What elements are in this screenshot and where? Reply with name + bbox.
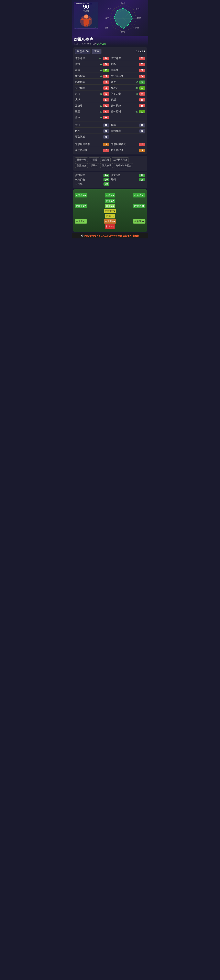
playstyle-name: 快速反击 (111, 173, 139, 177)
stat-bonus: +6 (97, 75, 103, 78)
pos-shadow-striker: 影锋 87 (105, 199, 115, 203)
skill-tag: 脚跟绝技 (75, 163, 88, 168)
svg-text:防守: 防守 (121, 31, 125, 33)
level-label: C (136, 50, 138, 53)
stat-row: 爆发力 +13 97 (111, 86, 145, 91)
pos-right-wing: 右边锋 90 (133, 193, 145, 197)
pos-striker: 中锋 86 (105, 193, 115, 197)
stat-value: 82 (103, 75, 109, 78)
stat-value: 73 (103, 92, 109, 95)
playstyle-item: 长传球 90 (75, 182, 109, 186)
pos-name: 影锋 (106, 199, 111, 202)
pos-spacer: 中后卫 62 (88, 219, 132, 224)
pos-name: 中后卫 (105, 220, 112, 223)
stat-row: 积极性 58 (111, 68, 145, 73)
footer: ⚽ 来自大众评球App，关注公众号"评球精选"获取App下载链接 (72, 233, 148, 239)
stat-name: 紧密控球 (75, 75, 98, 78)
stat-row: 防守意识 52 (111, 56, 145, 61)
player-height: 171cm (79, 42, 86, 45)
stat-value: 65 (139, 104, 145, 107)
svg-text:对抗: 对抗 (137, 17, 141, 19)
stat-value: 40 (139, 124, 145, 127)
player-age: 20岁 (74, 42, 79, 45)
stat-row: 头球 57 (75, 97, 109, 102)
pos-val: 71 (111, 215, 114, 218)
card-header-info: Golden Boys Dec '22 (74, 2, 98, 5)
stat-name: 接球 (111, 123, 133, 127)
pos-spacer: 前腰 83 (88, 204, 132, 208)
pos-left-mid: 左前卫 87 (75, 204, 87, 208)
stat-name: 地面传球 (75, 80, 98, 84)
pos-left-back: 左后卫 81 (75, 219, 87, 224)
playstyle-row: 控球游戏 90 快速反击 90 (75, 173, 145, 177)
card-set-label: Golden Boys Dec '22 (75, 3, 92, 5)
playstyle-placeholder (111, 182, 145, 186)
position-row-mid: 中前卫 79 (75, 209, 146, 213)
stat-bonus: +13 (133, 87, 139, 89)
stat-name: 抢断 (111, 62, 133, 66)
stat-value: 3 (103, 143, 109, 146)
stat-value: 80 (103, 63, 109, 66)
svg-point-1 (84, 14, 88, 19)
stat-row: 身体接触 65 (111, 103, 145, 108)
playstyle-name: 长传球 (75, 182, 103, 186)
pos-left-wing: 左边锋 90 (75, 193, 87, 197)
special-stats-grid: 非惯用脚频率 3 非惯用脚精度 2 状态持续性 2 抗受伤程度 3 (75, 142, 145, 153)
position-row-gk: 门将 41 (75, 224, 146, 229)
stats-grid: 进攻意识 +13 80 防守意识 52 控球 +6 80 抢断 53 盘球 +6… (75, 56, 145, 120)
pos-name: 门将 (106, 225, 111, 228)
svg-text:速度: 速度 (105, 27, 108, 29)
player-style: 高产边锋 (97, 42, 106, 45)
stat-value: 97 (103, 69, 109, 72)
stat-bonus: +5 (133, 81, 139, 83)
stat-value: 2 (139, 143, 145, 146)
stat-value: 76 (103, 116, 109, 119)
reset-button[interactable]: 重置 (92, 49, 101, 54)
svg-text:进攻: 进攻 (121, 2, 125, 4)
pos-val: 87 (142, 205, 144, 207)
playstyle-value: 90 (103, 174, 109, 177)
stat-name: 非惯用脚精度 (111, 143, 133, 146)
svg-text:射门: 射门 (136, 8, 139, 10)
playstyle-value: 90 (103, 182, 109, 186)
stat-name: 身体控制 (111, 110, 133, 113)
pos-val: 86 (111, 194, 114, 197)
stat-name: 防守参与度 (111, 75, 133, 78)
stat-value: 52 (139, 57, 145, 60)
playstyle-row: 长传球 90 (75, 182, 145, 186)
stat-name: 盘球 (75, 68, 98, 72)
stats-section: 加点 0 / 66 重置 C Lv.34 进攻意识 +13 80 防守意识 52… (73, 47, 147, 154)
pos-goalkeeper: 门将 41 (105, 224, 115, 229)
skill-tag: 踢球技巧操控 (112, 158, 129, 162)
stat-name: 定位球 (75, 104, 98, 107)
pos-name: 左后卫 (76, 220, 83, 223)
stat-name: 爆发力 (111, 86, 133, 90)
stat-name: 射门 (75, 92, 98, 95)
pos-val: 41 (111, 225, 114, 228)
stat-bonus: +6 (97, 63, 103, 65)
stat-bonus: +13 (133, 110, 139, 113)
stat-row: 扑救反应 40 (111, 129, 145, 134)
pos-right-back: 右后卫 81 (133, 219, 145, 224)
stat-row: 控球 +6 80 (75, 62, 109, 67)
stat-value: 87 (139, 81, 145, 84)
stat-row: 非惯用脚精度 2 (111, 142, 145, 147)
position-row-attack-mid: 左前卫 87 前腰 83 右前卫 87 (75, 204, 146, 208)
pos-name: 前腰 (106, 205, 111, 208)
pos-name: 右前卫 (134, 205, 141, 208)
flag-icon: 🇧🇪 (75, 27, 78, 29)
pos-att-mid: 前腰 83 (105, 204, 115, 208)
stat-value: 64 (139, 75, 145, 78)
stat-row: 进攻意识 +13 80 (75, 56, 109, 61)
pos-name: 中锋 (106, 194, 111, 197)
stat-value: 40 (139, 129, 145, 133)
points-current: 0 (82, 50, 84, 53)
stat-value: 40 (103, 135, 109, 138)
stat-name: 弧度 (75, 110, 98, 113)
stat-value: 57 (103, 98, 109, 102)
pos-central-mid: 中前卫 79 (104, 209, 116, 213)
stat-bonus: +5 (97, 116, 103, 119)
stat-row: 紧密控球 +6 82 (75, 74, 109, 79)
stat-bonus: +12 (97, 93, 103, 95)
points-label: 加点 (77, 50, 82, 53)
